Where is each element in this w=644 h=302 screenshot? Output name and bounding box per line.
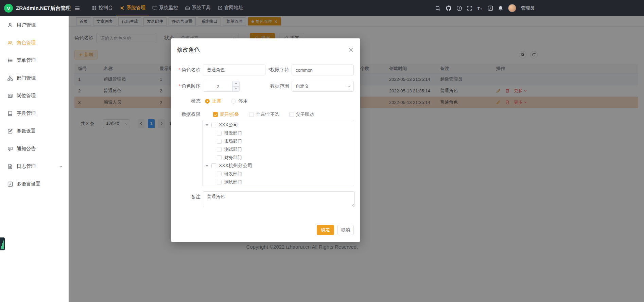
dialog-title: 修改角色: [177, 46, 200, 54]
lang-icon: A: [7, 181, 13, 187]
tree-node-company-1[interactable]: XXX公司: [203, 121, 354, 129]
header-actions: ? TT A 管理员: [435, 0, 534, 16]
sidebar-item-dept-mgmt[interactable]: 部门管理: [0, 69, 68, 87]
app-logo[interactable]: V ZRAdmin.NET后台管理: [0, 0, 69, 16]
sidebar-item-menu-mgmt[interactable]: 菜单管理: [0, 52, 68, 69]
tree-node-label: 测试部门: [224, 179, 242, 185]
tree-node-dept[interactable]: 市场部门: [203, 137, 354, 145]
role-order-input[interactable]: [203, 81, 232, 91]
dept-icon: [7, 75, 13, 81]
status-radio-normal[interactable]: 正常: [205, 98, 222, 104]
corner-widget[interactable]: [0, 237, 5, 250]
cancel-button[interactable]: 取消: [337, 225, 354, 235]
checkbox-icon: [249, 112, 254, 117]
sidebar-item-label: 部门管理: [17, 75, 36, 81]
edit-role-dialog: 修改角色 *角色名称 *权限字符 *角色顺序 数据范围 自定义 状态 正常: [171, 38, 360, 242]
nav-item-console[interactable]: 控制台: [88, 0, 116, 16]
sidebar-item-label: 岗位管理: [17, 93, 36, 99]
data-scope-value: 自定义: [296, 83, 309, 89]
nav-item-system-admin[interactable]: 系统管理: [116, 0, 149, 16]
app-header: V ZRAdmin.NET后台管理 控制台 系统管理 系统监控 系统工具 官网地…: [0, 0, 644, 16]
sidebar-item-log-mgmt[interactable]: 日志管理: [0, 158, 68, 175]
sidebar-item-post-mgmt[interactable]: 岗位管理: [0, 87, 68, 105]
required-mark: *: [179, 83, 180, 89]
tree-node-dept[interactable]: 测试部门: [203, 178, 354, 186]
caret-down-icon[interactable]: [206, 124, 208, 126]
row-order-scope: *角色顺序 数据范围 自定义: [171, 81, 360, 92]
sidebar-item-notice[interactable]: 通知公告: [0, 140, 68, 158]
user-icon: [7, 22, 13, 28]
perm-checkbox-linkage[interactable]: 父子联动: [289, 111, 314, 118]
sidebar-item-label: 参数设置: [17, 128, 36, 134]
fullscreen-icon[interactable]: [467, 5, 472, 11]
sidebar-item-label: 角色管理: [17, 40, 36, 46]
tree-node-dept[interactable]: 研发部门: [203, 170, 354, 178]
row-status: 状态 正常 停用: [171, 96, 360, 106]
checkbox-icon[interactable]: [217, 155, 222, 160]
tree-node-label: 研发部门: [224, 171, 242, 177]
caret-down-icon[interactable]: [206, 165, 208, 167]
checkbox-icon[interactable]: [217, 147, 222, 152]
gear-icon: [120, 5, 125, 11]
chevron-down-icon: [59, 164, 63, 168]
role-name-input[interactable]: [203, 65, 265, 75]
sidebar-item-label: 通知公告: [17, 146, 36, 152]
stepper-up-icon[interactable]: [233, 81, 239, 87]
nav-item-system-monitor[interactable]: 系统监控: [149, 0, 181, 16]
chevron-down-icon: [347, 85, 351, 88]
remark-textarea[interactable]: 普通角色: [203, 191, 355, 207]
sidebar-item-role-mgmt[interactable]: 角色管理: [0, 34, 68, 52]
role-icon: [7, 40, 13, 46]
checkbox-icon[interactable]: [217, 131, 222, 136]
tree-node-label: 财务部门: [224, 155, 242, 161]
perm-checkbox-expand[interactable]: 展开/折叠: [213, 111, 239, 118]
svg-text:A: A: [489, 7, 491, 10]
data-scope-label: 数据范围: [240, 83, 289, 89]
data-scope-select[interactable]: 自定义: [292, 81, 354, 92]
tree-node-label: XXX公司: [219, 122, 238, 128]
radio-icon: [231, 99, 236, 104]
perm-checkbox-selectall[interactable]: 全选/全不选: [249, 111, 279, 118]
sidebar-item-i18n-settings[interactable]: A 多语言设置: [0, 175, 68, 193]
nav-label: 官网地址: [224, 5, 243, 11]
monitor-icon: [152, 5, 157, 11]
tree-node-label: 测试部门: [224, 146, 242, 153]
nav-item-system-tools[interactable]: 系统工具: [181, 0, 214, 16]
checkbox-icon[interactable]: [211, 163, 216, 168]
role-order-stepper: [203, 81, 240, 92]
font-size-icon[interactable]: TT: [477, 5, 483, 11]
status-radio-disabled[interactable]: 停用: [231, 98, 248, 104]
sidebar-item-dict-mgmt[interactable]: 字典管理: [0, 105, 68, 122]
checkbox-icon[interactable]: [211, 123, 216, 127]
checkbox-icon[interactable]: [217, 139, 222, 144]
tree-node-dept[interactable]: 财务部门: [203, 154, 354, 162]
checkbox-icon[interactable]: [217, 172, 222, 176]
sidebar-item-user-mgmt[interactable]: 用户管理: [0, 16, 68, 34]
sidebar: 用户管理 角色管理 菜单管理 部门管理 岗位管理 字典管理 参数设置 通知公告 …: [0, 16, 69, 302]
bell-icon[interactable]: [498, 5, 503, 11]
sidebar-item-param-settings[interactable]: 参数设置: [0, 122, 68, 140]
question-icon[interactable]: ?: [456, 5, 462, 11]
sidebar-item-label: 菜单管理: [17, 57, 36, 64]
perm-char-input[interactable]: [292, 65, 354, 75]
close-icon[interactable]: [348, 47, 354, 53]
checkbox-icon[interactable]: [217, 180, 222, 184]
tree-node-dept[interactable]: 测试部门: [203, 145, 354, 154]
search-icon[interactable]: [435, 5, 441, 11]
hamburger-icon[interactable]: [73, 4, 82, 13]
nav-item-website[interactable]: 官网地址: [214, 0, 247, 16]
avatar[interactable]: [508, 4, 516, 12]
confirm-button[interactable]: 确定: [317, 225, 334, 235]
nav-label: 系统监控: [159, 5, 178, 11]
github-icon[interactable]: [446, 5, 452, 11]
user-name[interactable]: 管理员: [521, 5, 534, 11]
role-order-label: *角色顺序: [171, 83, 201, 89]
tree-node-dept[interactable]: 研发部门: [203, 129, 354, 137]
language-icon[interactable]: A: [488, 5, 493, 11]
stepper-down-icon[interactable]: [233, 87, 239, 92]
tree-node-company-2[interactable]: XXX杭州分公司: [203, 162, 354, 170]
perm-char-label: *权限字符: [265, 67, 289, 73]
row-data-perm: 数据权限 展开/折叠 全选/全不选 父子联动: [171, 110, 360, 119]
row-name-perm: *角色名称 *权限字符: [171, 65, 360, 75]
remark-label: 备注: [171, 191, 201, 202]
